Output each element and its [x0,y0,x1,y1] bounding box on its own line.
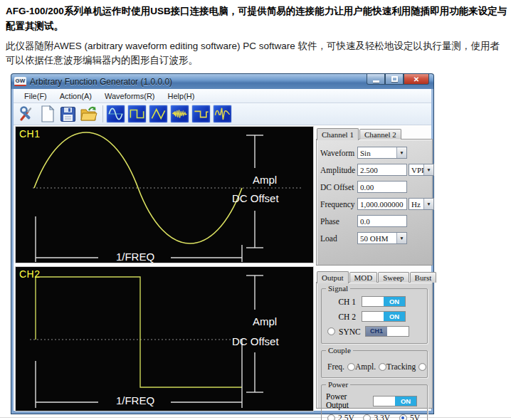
save-floppy-icon [60,106,76,122]
voltage-3v3-radio[interactable] [363,414,371,420]
document-page: AFG-100/200系列单机运作时使用USB接口连接电脑，可提供简易的连接能力… [0,0,511,420]
couple-tracking-option[interactable]: Tracking [386,362,426,371]
waveform-row: Waveform Sin ▼ [320,147,428,159]
ch2-output-toggle[interactable]: ON [362,311,406,322]
tab-channel-1[interactable]: Channel 1 [317,128,359,140]
ch1-output-label: CH 1 [326,298,356,306]
power-toggle-on-half[interactable]: ON [395,397,416,406]
ch1-toggle-off-half[interactable] [362,297,384,306]
afg-application-window: GW Arbitrary Function Generator (1.0.0.0… [11,73,434,414]
menu-bar: File(F) Action(A) Waveforms(R) Help(H) [14,89,431,103]
power-output-row: Power Output ON [326,392,423,409]
window-frame: File(F) Action(A) Waveforms(R) Help(H) [11,89,434,414]
ch2-waveform-display: CH2 Ampl DC Offset 1/FREQ [15,266,314,411]
amplitude-input[interactable] [357,164,407,176]
voltage-2v5-option[interactable]: 2.5V [327,414,354,420]
voltage-5v-option[interactable]: 5V [399,414,420,420]
load-label: Load [320,234,357,243]
ch2-label: CH2 [19,268,41,280]
ch2-toggle-on-half[interactable]: ON [384,312,405,321]
couple-ampl-radio[interactable] [379,363,386,371]
power-output-label: Power Output [326,392,370,409]
signal-group: Signal CH 1 ON CH 2 [321,288,428,344]
ch2-toggle-off-half[interactable] [362,312,384,321]
ch2-amplitude-label: Ampl [245,315,285,327]
couple-tracking-radio[interactable] [418,363,426,371]
chevron-down-icon[interactable]: ▼ [396,147,406,158]
power-group: Power Power Output ON [321,384,428,420]
couple-freq-radio[interactable] [347,363,355,371]
output-tabs: Output MOD Sweep Burst [316,271,433,283]
sine-wave-button[interactable] [106,105,125,123]
dc-offset-input[interactable] [357,181,407,193]
menu-help[interactable]: Help(H) [162,90,201,102]
tools-icon [19,105,36,122]
ch2-dc-offset-label: DC Offset [232,335,310,347]
frequency-unit-value: Hz [409,199,423,209]
menu-action[interactable]: Action(A) [53,90,98,102]
maximize-button[interactable] [385,74,404,85]
voltage-3v3-option[interactable]: 3.3V [363,414,390,420]
chevron-down-icon[interactable]: ▼ [396,233,406,243]
couple-freq-option[interactable]: Freq. [327,362,355,371]
ch1-toggle-on-half[interactable]: ON [384,297,405,306]
channel-settings-body: Waveform Sin ▼ Amplitude VPP [316,139,433,266]
tab-sweep[interactable]: Sweep [378,272,409,283]
ch2-freq-label: 1/FREQ [100,394,171,406]
menu-waveforms[interactable]: Waveforms(R) [98,90,161,102]
voltage-2v5-radio[interactable] [327,414,335,420]
save-button[interactable] [58,105,78,123]
close-button[interactable]: ✕ [404,74,429,85]
frequency-input[interactable] [357,198,407,210]
power-output-toggle[interactable]: ON [373,396,417,406]
frequency-row: Frequency Hz ▼ [320,198,428,210]
power-group-title: Power [326,380,350,389]
sync-row: SYNC CH1 [326,325,423,338]
sync-radio[interactable] [327,327,335,335]
sync-ch1-half[interactable]: CH1 [366,327,387,336]
tab-channel-2[interactable]: Channel 2 [359,129,401,140]
ch1-label: CH1 [19,128,41,140]
power-toggle-off-half[interactable] [374,397,395,406]
open-file-button[interactable] [79,105,98,123]
tab-output[interactable]: Output [317,271,349,283]
frequency-unit-select[interactable]: Hz ▼ [409,198,434,210]
output-settings-body: Signal CH 1 ON CH 2 [316,282,433,409]
sine-wave-icon [107,106,124,122]
toolbar-separator [102,105,103,122]
menu-file[interactable]: File(F) [18,90,53,102]
new-document-button[interactable] [38,105,57,123]
pulse-wave-icon [193,106,209,122]
window-content: File(F) Action(A) Waveforms(R) Help(H) [14,89,431,411]
load-select[interactable]: 50 OHM ▼ [357,232,407,244]
arbitrary-wave-icon [214,106,231,122]
chevron-down-icon[interactable]: ▼ [423,199,433,209]
ch1-waveform-display: CH1 Ampl DC Offset 1/FREQ [15,126,314,263]
window-titlebar: GW Arbitrary Function Generator (1.0.0.0… [11,73,434,89]
amplitude-unit-select[interactable]: VPP ▼ [409,164,434,176]
settings-tools-button[interactable] [17,105,36,123]
couple-ampl-option[interactable]: Ampl. [355,362,386,371]
channel-settings-panel: Channel 1 Channel 2 Waveform Sin ▼ [316,127,433,266]
tab-mod[interactable]: MOD [349,272,378,283]
page-divider [0,417,511,418]
noise-wave-button[interactable] [170,105,189,123]
ch1-amplitude-label: Ampl [245,174,285,186]
arbitrary-wave-button[interactable] [213,105,232,123]
tab-burst[interactable]: Burst [410,272,437,283]
square-wave-button[interactable] [127,105,147,123]
waveform-select[interactable]: Sin ▼ [357,147,407,159]
sync-blank-half[interactable] [387,327,409,336]
phase-input[interactable] [357,215,407,227]
ramp-wave-button[interactable] [149,105,168,123]
voltage-5v-radio[interactable] [399,414,407,420]
pulse-wave-button[interactable] [191,105,211,123]
minimize-button[interactable] [367,74,385,85]
minimize-icon [373,80,379,83]
chevron-down-icon[interactable]: ▼ [423,164,433,175]
sync-source-toggle[interactable]: CH1 [365,326,409,337]
ch1-output-toggle[interactable]: ON [362,296,406,307]
ch1-dc-offset-label: DC Offset [232,192,310,204]
ch1-freq-label: 1/FREQ [100,251,171,263]
close-icon: ✕ [413,75,419,83]
